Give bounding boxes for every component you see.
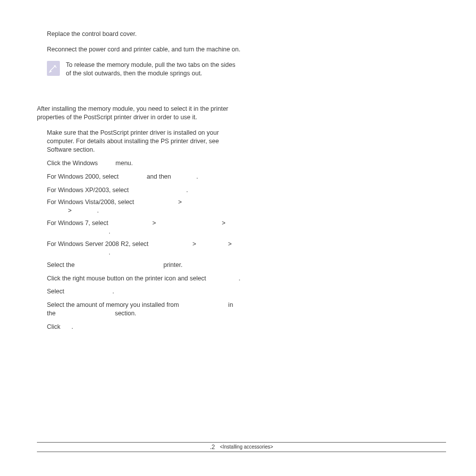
list-item-2: 2 Click the Windows Start menu. bbox=[47, 159, 241, 168]
item-text: For Windows 2000, select Settings and th… bbox=[47, 173, 198, 180]
list-item-7: 7 Select the amount of memory you instal… bbox=[47, 301, 241, 318]
list-item-4: 4 Select the Samsung ML-2855 Series PS p… bbox=[47, 261, 241, 269]
list-item-5: 5 Click the right mouse button on the pr… bbox=[47, 274, 241, 283]
list-item-6: 6 Select Device Settings. bbox=[47, 287, 241, 296]
item-text: Make sure that the PostScript printer dr… bbox=[47, 129, 219, 153]
item-number: 5 bbox=[37, 274, 40, 283]
step-9: 9 Reconnect the power cord and printer c… bbox=[47, 45, 241, 54]
section-title: Activating the added memory in the PS pr… bbox=[37, 93, 241, 101]
item-number: 8 bbox=[37, 323, 40, 331]
list-item-1: 1 Make sure that the PostScript printer … bbox=[47, 129, 241, 154]
item-number: 3 bbox=[37, 173, 40, 181]
item-number: 7 bbox=[37, 301, 40, 309]
item-text: Select the Samsung ML-2855 Series PS pri… bbox=[47, 261, 183, 268]
item-text: Click the Windows Start menu. bbox=[47, 160, 133, 167]
page-number: .2 bbox=[210, 443, 215, 451]
item-number: 4 bbox=[37, 261, 40, 269]
intro-text: After installing the memory module, you … bbox=[37, 105, 241, 122]
step-number: 9 bbox=[37, 45, 40, 54]
step-text: Replace the control board cover. bbox=[47, 30, 137, 37]
list-item-3d: For Windows 7, select Control Panel > Ha… bbox=[47, 219, 241, 236]
item-text: Select the amount of memory you installe… bbox=[47, 301, 233, 317]
page-footer: .2 <Installing accessories> bbox=[37, 442, 446, 452]
step-text: Reconnect the power cord and printer cab… bbox=[47, 46, 240, 53]
list-item-8: 8 Click OK. bbox=[47, 323, 241, 331]
step-number: 8 bbox=[37, 30, 40, 38]
left-column: 8 Replace the control board cover. 9 Rec… bbox=[37, 30, 241, 331]
note-text: To release the memory module, pull the t… bbox=[66, 61, 241, 78]
item-text: Click the right mouse button on the prin… bbox=[47, 275, 240, 282]
chapter-title: <Installing accessories> bbox=[220, 444, 273, 451]
item-number: 2 bbox=[37, 159, 40, 168]
item-text: Select Device Settings. bbox=[47, 288, 114, 295]
list-item-3: 3 For Windows 2000, select Settings and … bbox=[47, 173, 241, 181]
item-number: 1 bbox=[37, 129, 40, 137]
item-text: Click OK. bbox=[47, 323, 73, 330]
item-number: 6 bbox=[37, 287, 40, 296]
list-item-3b: For Windows XP/2003, select Printers and… bbox=[47, 186, 241, 195]
page-content: 8 Replace the control board cover. 9 Rec… bbox=[37, 30, 446, 336]
note-block: To release the memory module, pull the t… bbox=[47, 61, 241, 78]
note-icon bbox=[47, 61, 60, 76]
list-item-3e: For Windows Server 2008 R2, select Contr… bbox=[47, 240, 241, 257]
step-8: 8 Replace the control board cover. bbox=[47, 30, 241, 38]
list-item-3c: For Windows Vista/2008, select Control P… bbox=[47, 198, 241, 215]
